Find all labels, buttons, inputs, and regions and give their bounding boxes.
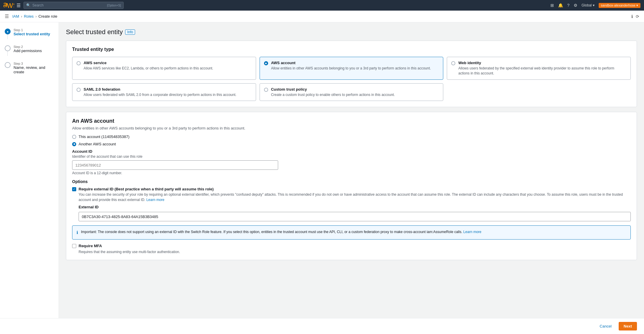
aws-account-desc: Allow entities in other AWS accounts bel… bbox=[72, 126, 631, 130]
require-external-id-checkbox[interactable] bbox=[72, 187, 76, 191]
account-name: sandbox-alexanderhose bbox=[601, 4, 635, 7]
entity-radio-custom-trust bbox=[264, 88, 268, 92]
bell-icon[interactable]: 🔔 bbox=[558, 3, 563, 8]
require-external-id-desc: You can increase the security of your ro… bbox=[79, 192, 631, 202]
require-mfa-section: Require MFA Requires that the assuming e… bbox=[72, 244, 631, 254]
require-external-id-learn-more[interactable]: Learn more bbox=[146, 198, 164, 202]
breadcrumb-bar: ☰ IAM › Roles › Create role ℹ ⟳ bbox=[0, 11, 644, 22]
require-external-id-label: Require external ID (Best practice when … bbox=[79, 187, 631, 191]
entity-name-aws-account: AWS account bbox=[271, 61, 431, 65]
info-badge[interactable]: Info bbox=[125, 29, 135, 35]
step-3-number: Step 3 bbox=[14, 62, 54, 65]
sidebar-step-2: Step 2 Add permissions bbox=[5, 45, 54, 57]
require-mfa-checkbox[interactable] bbox=[72, 244, 76, 248]
this-account-radio bbox=[72, 135, 76, 139]
entity-options-row1: AWS service Allow AWS services like EC2,… bbox=[72, 57, 631, 80]
entity-name-custom-trust: Custom trust policy bbox=[271, 87, 395, 92]
entity-option-saml[interactable]: SAML 2.0 federation Allow users federate… bbox=[72, 83, 256, 101]
region-label: Global bbox=[582, 3, 592, 7]
entity-desc-custom-trust: Create a custom trust policy to enable o… bbox=[271, 92, 395, 97]
info-icon-breadcrumb[interactable]: ℹ bbox=[631, 14, 633, 19]
trusted-entity-title: Trusted entity type bbox=[72, 47, 631, 52]
this-account-option[interactable]: This account (114054835387) bbox=[72, 134, 631, 139]
entity-option-custom-trust[interactable]: Custom trust policy Create a custom trus… bbox=[260, 83, 444, 101]
entity-radio-saml bbox=[77, 88, 81, 92]
account-menu[interactable]: sandbox-alexanderhose ▾ bbox=[599, 3, 640, 8]
entity-radio-aws-account bbox=[264, 61, 268, 65]
step-2-label: Add permissions bbox=[14, 49, 42, 53]
sidebar: ● Step 1 Select trusted entity Step 2 Ad… bbox=[0, 22, 59, 334]
step-line-2 bbox=[7, 51, 8, 56]
settings-icon[interactable]: ⚙ bbox=[574, 3, 577, 8]
require-external-id-option: Require external ID (Best practice when … bbox=[72, 187, 631, 202]
step-2-circle bbox=[5, 45, 11, 51]
sidebar-step-3: Step 3 Name, review, and create bbox=[5, 62, 54, 74]
entity-name-aws-service: AWS service bbox=[84, 61, 213, 65]
entity-option-aws-account[interactable]: AWS account Allow entities in other AWS … bbox=[260, 57, 444, 80]
info-alert: ℹ Important: The console does not suppor… bbox=[72, 225, 631, 240]
breadcrumb-roles[interactable]: Roles bbox=[24, 14, 34, 19]
options-title: Options bbox=[72, 179, 631, 184]
region-selector[interactable]: Global ▾ bbox=[582, 3, 595, 7]
require-mfa-desc: Requires that the assuming entity use mu… bbox=[79, 250, 631, 254]
entity-desc-saml: Allow users federated with SAML 2.0 from… bbox=[84, 92, 236, 97]
entity-desc-web-identity: Allows users federated by the specified … bbox=[458, 66, 626, 76]
next-button[interactable]: Next bbox=[619, 322, 637, 330]
info-alert-learn-more[interactable]: Learn more bbox=[463, 230, 481, 234]
step-1-label: Select trusted entity bbox=[14, 32, 50, 36]
aws-logo bbox=[4, 2, 14, 9]
entity-placeholder bbox=[447, 83, 631, 101]
entity-desc-aws-account: Allow entities in other AWS accounts bel… bbox=[271, 66, 431, 71]
entity-option-web-identity[interactable]: Web identity Allows users federated by t… bbox=[447, 57, 631, 80]
refresh-icon-breadcrumb[interactable]: ⟳ bbox=[636, 14, 639, 19]
sidebar-toggle-icon[interactable]: ☰ bbox=[5, 14, 9, 19]
entity-name-saml: SAML 2.0 federation bbox=[84, 87, 236, 92]
main-content: Select trusted entity Info Trusted entit… bbox=[59, 22, 644, 334]
account-id-input[interactable] bbox=[72, 160, 278, 170]
breadcrumb-current: Create role bbox=[38, 14, 57, 19]
breadcrumb-iam[interactable]: IAM bbox=[12, 14, 19, 19]
entity-name-web-identity: Web identity bbox=[458, 61, 626, 65]
this-account-label: This account (114054835387) bbox=[79, 134, 130, 139]
apps-icon[interactable]: ⊞ bbox=[550, 3, 554, 8]
account-id-hint: Account ID is a 12-digit number. bbox=[72, 171, 631, 175]
page-wrapper: ● Step 1 Select trusted entity Step 2 Ad… bbox=[0, 22, 644, 334]
another-account-radio bbox=[72, 142, 76, 146]
another-account-option[interactable]: Another AWS account bbox=[72, 142, 631, 146]
another-account-label: Another AWS account bbox=[79, 142, 116, 146]
require-mfa-label: Require MFA bbox=[79, 244, 102, 248]
search-icon: 🔍 bbox=[26, 3, 31, 7]
info-alert-text: Important: The console does not support … bbox=[81, 230, 462, 234]
step-3-circle bbox=[5, 62, 11, 68]
search-bar[interactable]: 🔍 [Option+S] bbox=[24, 2, 124, 9]
aws-account-title: An AWS account bbox=[72, 118, 631, 124]
external-id-input[interactable] bbox=[79, 212, 631, 221]
external-id-label: External ID bbox=[79, 205, 631, 209]
help-icon[interactable]: ? bbox=[567, 3, 570, 8]
account-chevron-icon: ▾ bbox=[636, 4, 638, 7]
breadcrumb-sep-2: › bbox=[35, 14, 36, 19]
step-2-number: Step 2 bbox=[14, 45, 42, 49]
entity-option-aws-service[interactable]: AWS service Allow AWS services like EC2,… bbox=[72, 57, 256, 80]
search-input[interactable] bbox=[32, 3, 105, 7]
require-mfa-option: Require MFA bbox=[72, 244, 631, 248]
cancel-button[interactable]: Cancel bbox=[595, 322, 615, 330]
step-3-label: Name, review, and create bbox=[14, 65, 54, 74]
account-id-desc: Identifier of the account that can use t… bbox=[72, 154, 631, 159]
search-shortcut: [Option+S] bbox=[107, 4, 121, 7]
step-1-number: Step 1 bbox=[14, 28, 50, 32]
region-chevron-icon: ▾ bbox=[593, 3, 595, 7]
entity-radio-aws-service bbox=[77, 61, 81, 65]
sidebar-step-1: ● Step 1 Select trusted entity bbox=[5, 28, 54, 40]
breadcrumb-sep-1: › bbox=[21, 14, 22, 19]
step-line-1 bbox=[7, 34, 8, 39]
top-navigation: ☰ 🔍 [Option+S] ⊞ 🔔 ? ⚙ Global ▾ sandbox-… bbox=[0, 0, 644, 11]
entity-radio-web-identity bbox=[451, 61, 455, 65]
entity-options-row2: SAML 2.0 federation Allow users federate… bbox=[72, 83, 631, 101]
action-bar: Cancel Next bbox=[0, 318, 644, 334]
hamburger-menu-icon[interactable]: ☰ bbox=[16, 3, 21, 8]
page-title: Select trusted entity Info bbox=[66, 28, 637, 36]
step-1-circle: ● bbox=[5, 29, 11, 34]
alert-info-icon: ℹ bbox=[77, 230, 78, 236]
entity-desc-aws-service: Allow AWS services like EC2, Lambda, or … bbox=[84, 66, 213, 71]
